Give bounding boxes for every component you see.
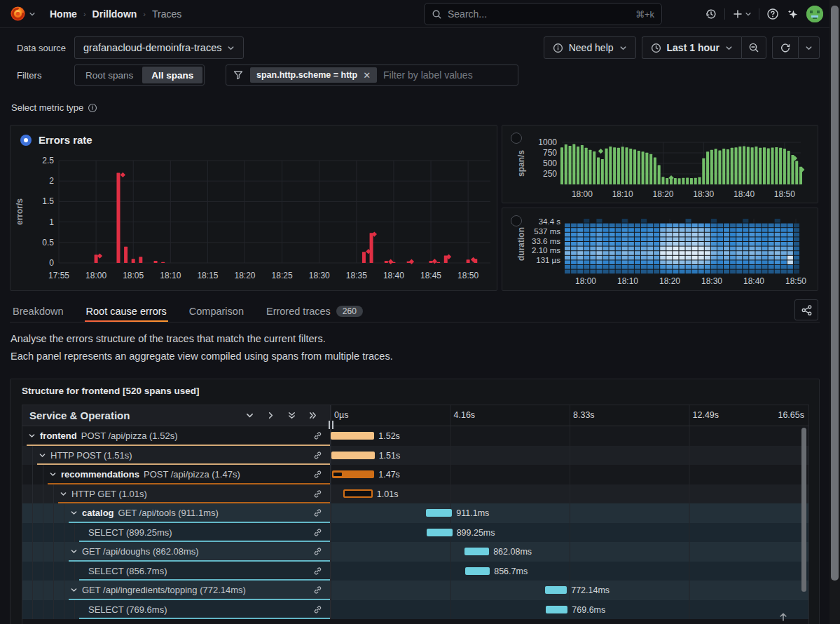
duration-bar[interactable] [464, 548, 489, 555]
span-row[interactable]: recommendationsPOST /api/pizza (1.47s)1.… [22, 465, 808, 484]
filter-chip[interactable]: span.http.scheme = http ✕ [250, 67, 377, 83]
global-search-input[interactable]: Search... ⌘+k [424, 3, 662, 25]
breadcrumb-home[interactable]: Home [50, 8, 77, 20]
user-avatar[interactable] [806, 6, 823, 22]
filter-input[interactable]: span.http.scheme = http ✕ Filter by labe… [226, 65, 518, 86]
expand-one-icon[interactable] [266, 411, 275, 420]
svg-text:18:10: 18:10 [160, 271, 181, 280]
time-range-value: Last 1 hour [667, 42, 719, 53]
duration-bar[interactable] [545, 586, 567, 594]
span-row[interactable]: HTTP POST (1.51s)1.51s [22, 446, 808, 466]
chevron-down-icon[interactable] [70, 586, 78, 594]
org-switcher-chevron-icon[interactable] [29, 11, 36, 18]
breadcrumb-drilldown[interactable]: Drilldown [92, 8, 137, 20]
chevron-down-icon[interactable] [70, 509, 78, 517]
tab-breakdown[interactable]: Breakdown [11, 300, 65, 322]
ai-assistant-icon[interactable] [786, 8, 799, 21]
duration-bar[interactable] [332, 470, 374, 478]
span-row[interactable]: HTTP GET (1.01s)1.01s [22, 484, 808, 504]
data-source-picker[interactable]: grafanacloud-demoinfra-traces [74, 36, 244, 59]
history-icon[interactable] [705, 8, 717, 20]
duration-bar[interactable] [465, 567, 490, 575]
trace-link-icon[interactable] [312, 489, 323, 499]
duration-bar[interactable] [427, 529, 453, 536]
trace-link-icon[interactable] [312, 566, 323, 576]
trace-link-icon[interactable] [312, 546, 323, 557]
page-scrollbar-thumb[interactable] [831, 6, 839, 581]
grafana-logo[interactable] [10, 6, 26, 22]
share-button[interactable] [794, 299, 818, 320]
trace-link-icon[interactable] [312, 527, 323, 538]
remove-filter-icon[interactable]: ✕ [363, 70, 371, 81]
scroll-to-top-icon[interactable] [778, 612, 788, 622]
time-range-picker[interactable]: Last 1 hour [642, 36, 741, 59]
span-row[interactable]: SELECT (856.7ms)856.7ms [22, 562, 808, 581]
trace-link-icon[interactable] [312, 450, 323, 461]
span-row[interactable]: catalogGET /api/tools (911.1ms)911.1ms [22, 503, 808, 523]
duration-heatmap: 34.4 s537 ms33.6 ms2.10 ms131 µs18:0018:… [503, 210, 817, 290]
duration-label: 899.25ms [457, 528, 495, 538]
time-axis-tick: 0µs [334, 410, 348, 420]
trace-link-icon[interactable] [312, 469, 323, 480]
refresh-button[interactable] [772, 36, 798, 59]
tab-root-cause-errors[interactable]: Root cause errors [85, 300, 168, 322]
trace-link-icon[interactable] [312, 430, 323, 441]
span-row[interactable]: GET /api/ingredients/topping (772.14ms)7… [22, 581, 808, 600]
description-line-1: Analyse the errors structure of the trac… [11, 330, 393, 348]
tab-comparison[interactable]: Comparison [188, 300, 245, 322]
time-axis-tick: 4.16s [454, 410, 476, 420]
collapse-all-icon[interactable] [287, 411, 296, 420]
span-row[interactable]: GET /api/doughs (862.08ms)862.08ms [22, 542, 808, 562]
duration-bar[interactable] [331, 432, 374, 440]
svg-text:18:30: 18:30 [701, 276, 722, 286]
tab-errored-traces[interactable]: Errored traces 260 [265, 300, 364, 322]
operation-name: GET /api/tools (911.1ms) [118, 508, 219, 518]
create-new-button[interactable] [732, 8, 752, 20]
errors-rate-radio[interactable] [20, 135, 32, 146]
svg-text:18:40: 18:40 [743, 276, 764, 286]
toggle-root-spans[interactable]: Root spans [76, 67, 142, 83]
zoom-out-button[interactable] [741, 36, 766, 59]
need-help-button[interactable]: Need help [544, 36, 636, 59]
chevron-down-icon[interactable] [28, 432, 36, 440]
chevron-down-icon[interactable] [39, 452, 46, 459]
operation-name: GET /api/ingredients/topping (772.14ms) [82, 585, 246, 595]
duration-bar[interactable] [343, 489, 372, 498]
trace-link-icon[interactable] [312, 585, 323, 595]
search-placeholder: Search... [448, 8, 630, 20]
collapse-one-icon[interactable] [245, 411, 254, 420]
svg-text:18:05: 18:05 [123, 271, 144, 280]
span-row[interactable]: SELECT (769.6ms)769.6ms [22, 600, 808, 620]
operation-name: POST /api/pizza (1.52s) [81, 430, 178, 441]
svg-text:18:30: 18:30 [309, 271, 330, 280]
duration-bar[interactable] [331, 452, 375, 459]
trace-link-icon[interactable] [312, 508, 323, 518]
info-circle-icon[interactable] [88, 103, 97, 113]
duration-bar[interactable] [546, 606, 568, 613]
refresh-icon [780, 42, 791, 53]
filters-label: Filters [17, 70, 41, 81]
refresh-interval-button[interactable] [798, 36, 820, 59]
breadcrumb-separator-icon: › [83, 10, 86, 18]
service-name: frontend [40, 430, 77, 441]
column-splitter-handle[interactable] [326, 421, 335, 430]
span-row[interactable]: SELECT (899.25ms)899.25ms [22, 523, 808, 543]
flame-time-axis: 0µs4.16s8.33s12.49s16.65s [331, 405, 808, 426]
svg-text:750: 750 [543, 148, 557, 158]
duration-bar[interactable] [426, 509, 452, 517]
expand-all-icon[interactable] [308, 411, 317, 420]
svg-text:17:55: 17:55 [48, 271, 69, 280]
svg-text:span/s: span/s [516, 150, 526, 177]
chevron-down-icon[interactable] [60, 490, 67, 498]
trace-link-icon[interactable] [312, 604, 323, 615]
duration-label: 1.52s [378, 431, 400, 441]
svg-text:2.5: 2.5 [42, 156, 54, 165]
span-row[interactable]: frontendPOST /api/pizza (1.52s)1.52s [22, 426, 808, 446]
help-icon[interactable] [766, 8, 779, 20]
chevron-down-icon[interactable] [49, 470, 57, 478]
flame-scrollbar[interactable] [801, 428, 806, 595]
toggle-all-spans[interactable]: All spans [142, 67, 202, 83]
chevron-down-icon[interactable] [70, 548, 78, 555]
chevron-down-icon [227, 44, 235, 52]
page-scrollbar[interactable] [829, 0, 840, 624]
